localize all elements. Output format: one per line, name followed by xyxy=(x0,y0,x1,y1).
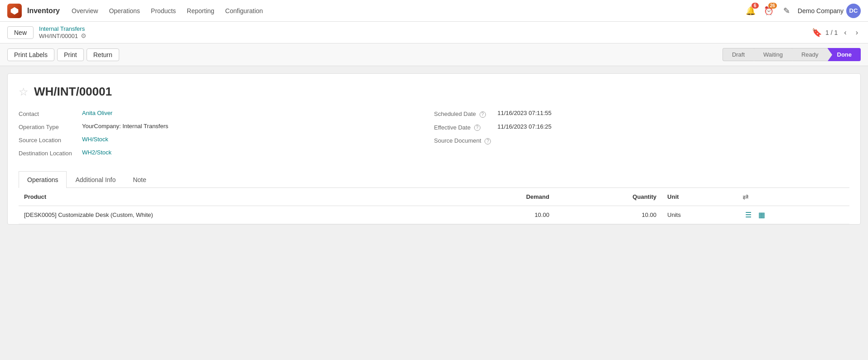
action-bar-right: 🔖 1 / 1 ‹ › xyxy=(812,28,861,38)
nav-reporting[interactable]: Reporting xyxy=(182,5,219,16)
table-column-settings-icon[interactable]: ⇄ xyxy=(742,193,748,201)
user-avatar: DC xyxy=(846,4,861,18)
table-row: [DESK0005] Customizable Desk (Custom, Wh… xyxy=(19,206,849,224)
nav-icons: 🔔 6 ⏰ 26 ✎ Demo Company DC xyxy=(743,4,861,18)
print-labels-button[interactable]: Print Labels xyxy=(7,48,54,61)
contact-row: Contact Anita Oliver xyxy=(19,110,416,117)
notification-count: 6 xyxy=(752,3,759,9)
app-name[interactable]: Inventory xyxy=(27,7,60,15)
app-logo xyxy=(7,4,22,18)
record-name: WH/INT/00001 xyxy=(34,85,112,99)
top-navigation: Inventory Overview Operations Products R… xyxy=(0,0,868,22)
tab-additional-info[interactable]: Additional Info xyxy=(67,171,124,188)
main-content: ☆ WH/INT/00001 Contact Anita Oliver Oper… xyxy=(0,66,868,360)
toolbar: Print Labels Print Return Draft Waiting … xyxy=(0,43,868,66)
source-location-value[interactable]: WH/Stock xyxy=(82,136,108,143)
quantity-value: 10.00 xyxy=(555,206,662,224)
settings-icon[interactable]: ✎ xyxy=(780,4,794,18)
source-document-label: Source Document ? xyxy=(434,136,498,144)
source-location-label: Source Location xyxy=(19,136,82,144)
operation-type-row: Operation Type YourCompany: Internal Tra… xyxy=(19,123,416,130)
company-selector[interactable]: Demo Company DC xyxy=(798,4,861,18)
status-draft[interactable]: Draft xyxy=(723,48,754,61)
activity-count: 26 xyxy=(768,3,777,9)
notification-bell[interactable]: 🔔 6 xyxy=(743,4,758,18)
effective-date-help-icon[interactable]: ? xyxy=(474,125,480,131)
unit-value: Units xyxy=(662,206,737,224)
col-quantity: Quantity xyxy=(555,188,662,206)
product-table: Product Demand Quantity Unit ⇄ [DESK0005… xyxy=(19,188,849,224)
breadcrumb-parent[interactable]: Internal Transfers xyxy=(39,25,87,32)
tab-note[interactable]: Note xyxy=(124,171,155,188)
nav-operations[interactable]: Operations xyxy=(104,5,144,16)
return-button[interactable]: Return xyxy=(87,48,119,61)
scheduled-date-help-icon[interactable]: ? xyxy=(480,111,486,118)
product-name: [DESK0005] Customizable Desk (Custom, Wh… xyxy=(19,206,450,224)
action-bar: New Internal Transfers WH/INT/00001 ⚙ 🔖 … xyxy=(0,22,868,43)
scheduled-date-label: Scheduled Date ? xyxy=(434,110,498,118)
favorite-star-icon[interactable]: ☆ xyxy=(19,86,29,98)
scheduled-date-value: 11/16/2023 07:11:55 xyxy=(498,110,552,116)
pagination-display: 1 / 1 xyxy=(825,29,838,36)
status-waiting[interactable]: Waiting xyxy=(754,48,792,61)
record-settings-icon[interactable]: ⚙ xyxy=(81,32,87,39)
col-demand: Demand xyxy=(450,188,555,206)
form-grid: Contact Anita Oliver Operation Type Your… xyxy=(19,110,849,162)
status-done[interactable]: Done xyxy=(828,48,861,61)
print-button[interactable]: Print xyxy=(57,48,84,61)
record-card: ☆ WH/INT/00001 Contact Anita Oliver Oper… xyxy=(7,73,861,225)
effective-date-row: Effective Date ? 11/16/2023 07:16:25 xyxy=(434,123,832,131)
record-title-row: ☆ WH/INT/00001 xyxy=(19,85,849,99)
destination-location-row: Destination Location WH2/Stock xyxy=(19,149,416,157)
nav-configuration[interactable]: Configuration xyxy=(221,5,267,16)
chart-icon[interactable]: ▦ xyxy=(756,211,768,219)
nav-overview[interactable]: Overview xyxy=(67,5,102,16)
col-product: Product xyxy=(19,188,450,206)
demand-value: 10.00 xyxy=(450,206,555,224)
status-ready[interactable]: Ready xyxy=(792,48,828,61)
contact-value[interactable]: Anita Oliver xyxy=(82,110,112,116)
col-unit: Unit xyxy=(662,188,737,206)
source-document-help-icon[interactable]: ? xyxy=(485,138,491,144)
tabs: Operations Additional Info Note xyxy=(19,171,849,188)
activity-clock[interactable]: ⏰ 26 xyxy=(761,4,776,18)
tabs-container: Operations Additional Info Note Product … xyxy=(19,171,849,224)
detail-list-icon[interactable]: ☰ xyxy=(742,211,754,219)
svg-marker-0 xyxy=(11,7,19,14)
prev-page-button[interactable]: ‹ xyxy=(841,28,849,38)
company-name: Demo Company xyxy=(798,7,844,14)
breadcrumb-current: WH/INT/00001 ⚙ xyxy=(39,32,87,39)
next-page-button[interactable]: › xyxy=(853,28,861,38)
destination-location-value[interactable]: WH2/Stock xyxy=(82,149,112,156)
breadcrumb: Internal Transfers WH/INT/00001 ⚙ xyxy=(39,25,87,39)
effective-date-label: Effective Date ? xyxy=(434,123,498,131)
record-id-breadcrumb: WH/INT/00001 xyxy=(39,33,78,39)
tab-operations[interactable]: Operations xyxy=(19,171,67,188)
row-actions: ☰ ▦ xyxy=(737,206,849,224)
col-actions: ⇄ xyxy=(737,188,849,206)
contact-label: Contact xyxy=(19,110,82,117)
effective-date-value: 11/16/2023 07:16:25 xyxy=(498,123,552,130)
status-steps: Draft Waiting Ready Done xyxy=(723,48,861,61)
destination-location-label: Destination Location xyxy=(19,149,82,157)
scheduled-date-row: Scheduled Date ? 11/16/2023 07:11:55 xyxy=(434,110,832,118)
nav-products[interactable]: Products xyxy=(146,5,180,16)
source-document-row: Source Document ? xyxy=(434,136,832,144)
status-bar: Draft Waiting Ready Done xyxy=(723,48,861,61)
bookmark-icon[interactable]: 🔖 xyxy=(812,28,822,38)
pagination: 1 / 1 xyxy=(825,29,838,36)
operation-type-label: Operation Type xyxy=(19,123,82,130)
form-right: Scheduled Date ? 11/16/2023 07:11:55 Eff… xyxy=(434,110,850,162)
source-location-row: Source Location WH/Stock xyxy=(19,136,416,144)
new-button[interactable]: New xyxy=(7,26,34,39)
operation-type-value: YourCompany: Internal Transfers xyxy=(82,123,168,130)
form-left: Contact Anita Oliver Operation Type Your… xyxy=(19,110,434,162)
